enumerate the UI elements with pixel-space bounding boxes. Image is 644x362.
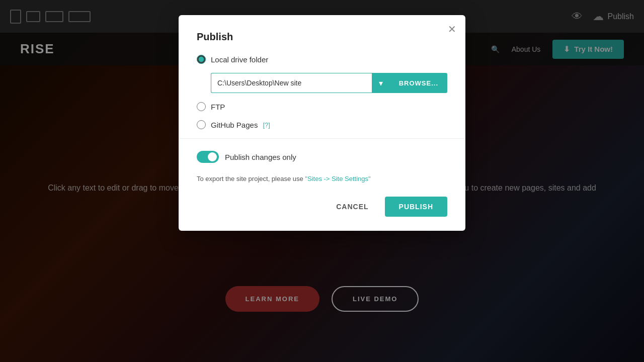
- modal-divider: [179, 138, 465, 139]
- publish-changes-toggle[interactable]: [197, 151, 219, 163]
- toggle-label: Publish changes only: [225, 153, 296, 161]
- github-option[interactable]: GitHub Pages [?]: [197, 120, 447, 129]
- modal-close-button[interactable]: ✕: [448, 24, 456, 34]
- local-drive-label: Local drive folder: [211, 55, 268, 64]
- path-input[interactable]: [211, 73, 372, 93]
- github-radio[interactable]: [197, 120, 206, 129]
- toggle-row: Publish changes only: [197, 151, 447, 163]
- modal-title: Publish: [197, 31, 447, 43]
- ftp-radio[interactable]: [197, 102, 206, 111]
- path-input-row: ▾ BROWSE...: [211, 73, 447, 93]
- cancel-button[interactable]: CANCEL: [328, 198, 376, 216]
- toggle-slider: [197, 151, 219, 163]
- publish-modal: Publish ✕ Local drive folder ▾ BROWSE...…: [179, 15, 465, 231]
- local-drive-option[interactable]: Local drive folder: [197, 55, 447, 64]
- modal-footer: CANCEL PUBLISH: [197, 197, 447, 217]
- modal-overlay: Publish ✕ Local drive folder ▾ BROWSE...…: [0, 0, 644, 362]
- export-note-text: To export the site project, please use: [197, 175, 305, 183]
- github-label: GitHub Pages: [211, 121, 258, 129]
- export-note: To export the site project, please use "…: [197, 175, 447, 183]
- site-settings-link[interactable]: "Sites -> Site Settings": [305, 175, 370, 183]
- path-dropdown-button[interactable]: ▾: [372, 73, 390, 93]
- github-help-icon[interactable]: [?]: [263, 121, 270, 129]
- ftp-label: FTP: [211, 103, 225, 111]
- publish-modal-button[interactable]: PUBLISH: [385, 197, 447, 217]
- browse-button[interactable]: BROWSE...: [390, 73, 447, 93]
- local-drive-radio[interactable]: [197, 55, 206, 64]
- ftp-option[interactable]: FTP: [197, 102, 447, 111]
